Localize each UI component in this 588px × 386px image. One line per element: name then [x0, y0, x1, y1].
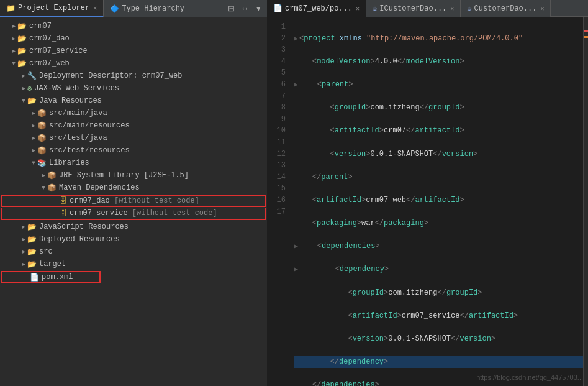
- label-maven-deps: Maven Dependencies: [59, 183, 267, 192]
- arrow-src-main-resources: ▶: [30, 122, 37, 129]
- code-line-14: <version>0.0.1-SNAPSHOT</version>: [294, 333, 583, 345]
- tree-item-libraries[interactable]: ▼ 📚 Libraries: [0, 157, 267, 169]
- close-icustomer-tab-icon[interactable]: ✕: [450, 5, 454, 12]
- library-icon: 📚: [37, 159, 47, 168]
- tree-item-deployed-resources[interactable]: ▶ 📂 Deployed Resources: [0, 233, 267, 246]
- folder-icon-deployed: 📂: [27, 235, 37, 244]
- view-menu-button[interactable]: ▾: [252, 2, 265, 15]
- code-line-6: <version>0.0.1-SNAPSHOT</version>: [294, 149, 583, 160]
- arrow-crm07-service: ▶: [10, 47, 17, 55]
- line-numbers: 12345 678910 1112131415 1617: [267, 20, 292, 384]
- label-deployed-resources: Deployed Resources: [39, 235, 267, 244]
- label-java-resources: Java Resources: [39, 96, 267, 105]
- code-line-15: </dependency>: [294, 356, 583, 368]
- tree-item-javascript-resources[interactable]: ▶ 📂 JavaScript Resources: [0, 221, 267, 233]
- tab-type-hierarchy[interactable]: 🔷 Type Hierarchy: [104, 0, 191, 17]
- folder-icon-crm07: 📂: [17, 22, 27, 31]
- error-marker-2: [584, 36, 588, 38]
- folder-icon: 📁: [6, 4, 16, 13]
- label-javascript-resources: JavaScript Resources: [39, 223, 267, 231]
- code-line-2: <modelVersion>4.0.0</modelVersion>: [294, 56, 583, 68]
- code-editor[interactable]: 12345 678910 1112131415 1617 ▶<project x…: [267, 17, 583, 386]
- folder-icon-js-resources: 📂: [27, 223, 37, 232]
- label-jaxws: JAX-WS Web Services: [34, 84, 267, 93]
- label-crm07: crm07: [29, 22, 267, 30]
- jar-icon-maven: 📦: [47, 183, 57, 193]
- source-icon-src-test-java: 📦: [37, 134, 47, 143]
- tree-item-src-main-resources[interactable]: ▶ 📦 src/main/resources: [0, 119, 267, 132]
- tree-item-crm07-web[interactable]: ▼ 📂 crm07_web: [0, 57, 267, 70]
- code-content: ▶<project xmlns="http://maven.apache.org…: [292, 20, 583, 384]
- java-file-icon-1: ☕: [373, 4, 377, 13]
- folder-icon-crm07-web: 📂: [17, 59, 27, 68]
- editor-tab-customer-label: CustomerDao...: [474, 4, 537, 13]
- label-src-test-resources: src/test/resources: [49, 146, 267, 155]
- code-line-12: <groupId>com.itzheng</groupId>: [294, 287, 583, 299]
- folder-icon-java-resources: 📂: [27, 96, 37, 106]
- editor-tab-customer-dao[interactable]: ☕ CustomerDao... ✕: [461, 0, 551, 17]
- code-line-3: ▶ <parent>: [294, 79, 583, 91]
- tree-item-src-test-java[interactable]: ▶ 📦 src/test/java: [0, 132, 267, 144]
- tree-item-src-main-java[interactable]: ▶ 📦 src/main/java: [0, 107, 267, 119]
- close-pom-tab-icon[interactable]: ✕: [356, 5, 360, 12]
- hierarchy-icon: 🔷: [110, 4, 119, 14]
- tree-item-java-resources[interactable]: ▼ 📂 Java Resources: [0, 94, 267, 107]
- collapse-all-button[interactable]: ⊟: [225, 2, 237, 15]
- arrow-jaxws: ▶: [20, 85, 27, 92]
- close-customer-tab-icon[interactable]: ✕: [540, 5, 544, 12]
- tab-project-explorer-label: Project Explorer: [18, 4, 89, 12]
- error-marker: [584, 30, 588, 32]
- label-crm07-dao-jar: crm07_dao [without test code]: [70, 196, 265, 205]
- code-line-4: <groupId>com.itzheng</groupId>: [294, 102, 583, 114]
- tree-item-crm07-service[interactable]: ▶ 📂 crm07_service: [0, 45, 267, 57]
- tab-project-explorer[interactable]: 📁 Project Explorer ✕: [0, 0, 104, 17]
- source-icon-src-main-java: 📦: [37, 109, 47, 118]
- folder-icon-target: 📂: [27, 260, 37, 269]
- arrow-src-main-java: ▶: [30, 109, 37, 117]
- close-project-explorer-icon[interactable]: ✕: [93, 4, 97, 12]
- tree-item-target[interactable]: ▶ 📂 target: [0, 258, 267, 270]
- service-icon: ⚙: [27, 84, 32, 93]
- xml-file-icon: 📄: [273, 4, 283, 13]
- code-line-5: <artifactId>crm07</artifactId>: [294, 125, 583, 137]
- tree-item-crm07-dao-jar[interactable]: ▶ 🗄 crm07_dao [without test code]: [1, 195, 266, 207]
- arrow-src: ▶: [20, 248, 27, 255]
- arrow-maven-deps: ▼: [40, 185, 47, 191]
- tree-item-pom-xml[interactable]: ▶ 📄 pom.xml: [1, 271, 101, 283]
- source-icon-src-test-resources: 📦: [37, 146, 47, 155]
- editor-right-sidebar: [583, 17, 588, 386]
- arrow-java-resources: ▼: [20, 98, 27, 104]
- editor-tab-icustomer-dao[interactable]: ☕ ICustomerDao... ✕: [366, 0, 461, 17]
- code-line-1: ▶<project xmlns="http://maven.apache.org…: [294, 33, 583, 45]
- jar-icon-jre: 📦: [47, 171, 57, 180]
- xml-icon-pom: 📄: [30, 273, 39, 282]
- jar-icon-service: 🗄: [60, 209, 67, 218]
- tree-item-deployment-descriptor[interactable]: ▶ 🔧 Deployment Descriptor: crm07_web: [0, 70, 267, 82]
- arrow-crm07-dao: ▶: [10, 35, 17, 42]
- label-target: target: [39, 260, 267, 269]
- code-line-7: </parent>: [294, 172, 583, 183]
- tree-item-maven-deps[interactable]: ▼ 📦 Maven Dependencies: [0, 182, 267, 194]
- sync-button[interactable]: ↔: [238, 2, 251, 15]
- label-src-main-java: src/main/java: [49, 109, 267, 117]
- tree-item-src-test-resources[interactable]: ▶ 📦 src/test/resources: [0, 144, 267, 157]
- code-line-9: <packaging>war</packaging>: [294, 218, 583, 229]
- label-deployment-descriptor: Deployment Descriptor: crm07_web: [39, 71, 267, 80]
- tree-item-crm07-service-jar[interactable]: ▶ 🗄 crm07_service [without test code]: [1, 208, 266, 220]
- editor-tab-pom-xml[interactable]: 📄 crm07_web/po... ✕: [267, 0, 366, 17]
- arrow-deployed-resources: ▶: [20, 236, 27, 243]
- tree-item-jre-system[interactable]: ▶ 📦 JRE System Library [J2SE-1.5]: [0, 169, 267, 182]
- code-line-10: ▶ <dependencies>: [294, 241, 583, 252]
- tree-item-src[interactable]: ▶ 📂 src: [0, 246, 267, 258]
- label-jre-system: JRE System Library [J2SE-1.5]: [59, 171, 267, 180]
- tree-item-jaxws[interactable]: ▶ ⚙ JAX-WS Web Services: [0, 82, 267, 94]
- watermark: https://blog.csdn.net/qq_4475703...: [476, 374, 583, 381]
- tree-item-crm07[interactable]: ▶ 📂 crm07: [0, 20, 267, 32]
- tree-item-crm07-dao[interactable]: ▶ 📂 crm07_dao: [0, 32, 267, 45]
- label-crm07-dao: crm07_dao: [29, 34, 267, 43]
- arrow-js-resources: ▶: [20, 223, 27, 231]
- editor-tab-pom-label: crm07_web/po...: [285, 4, 352, 13]
- folder-icon-crm07-service: 📂: [17, 47, 27, 56]
- code-line-13: <artifactId>crm07_service</artifactId>: [294, 310, 583, 322]
- label-crm07-service: crm07_service: [29, 47, 267, 55]
